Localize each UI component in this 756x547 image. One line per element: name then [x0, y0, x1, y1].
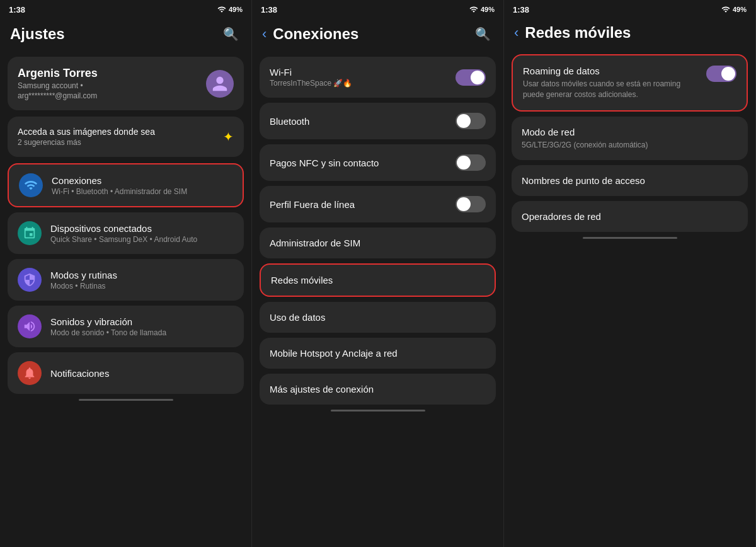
- settings-text-dispositivos: Dispositivos conectados Quick Share • Sa…: [50, 223, 234, 244]
- wifi-title: Wi-Fi: [270, 67, 455, 78]
- wifi-toggle-knob: [471, 71, 484, 84]
- conexiones-redes[interactable]: Redes móviles: [260, 263, 496, 297]
- status-icons-2: 49%: [469, 5, 495, 14]
- conexiones-sim[interactable]: Administrador de SIM: [260, 227, 496, 258]
- status-icons-1: 49%: [217, 5, 243, 14]
- modes-icon: [23, 273, 37, 287]
- conexiones-nfc[interactable]: Pagos NFC y sin contacto: [260, 144, 496, 181]
- settings-item-sonidos[interactable]: Sonidos y vibración Modo de sonido • Ton…: [8, 306, 244, 347]
- bluetooth-title: Bluetooth: [270, 116, 455, 127]
- profile-sub1: Samsung account •: [18, 81, 197, 90]
- conexiones-wifi[interactable]: Wi-Fi TorresInTheSpace 🚀🔥: [260, 57, 496, 98]
- settings-sub-modos: Modos • Rutinas: [50, 282, 234, 291]
- settings-item-conexiones[interactable]: Conexiones Wi-Fi • Bluetooth • Administr…: [8, 163, 244, 207]
- redes-modo[interactable]: Modo de red 5G/LTE/3G/2G (conexión autom…: [512, 117, 748, 161]
- perfil-toggle-knob: [457, 197, 471, 211]
- roaming-toggle[interactable]: [706, 66, 736, 82]
- wifi-toggle[interactable]: [455, 69, 486, 86]
- suggestions-card[interactable]: Acceda a sus imágenes donde sea 2 sugere…: [8, 117, 244, 157]
- battery-2: 49%: [481, 6, 495, 13]
- nfc-toggle[interactable]: [455, 154, 486, 171]
- settings-text-conexiones: Conexiones Wi-Fi • Bluetooth • Administr…: [52, 175, 232, 196]
- roaming-sub: Usar datos móviles cuando se está en roa…: [523, 79, 700, 100]
- redes-title: Redes móviles: [271, 275, 484, 285]
- notif-icon: [23, 366, 37, 380]
- header-left-conexiones: ‹ Conexiones: [262, 25, 358, 43]
- signal-icon-1: [217, 5, 226, 14]
- conexiones-uso[interactable]: Uso de datos: [260, 302, 496, 333]
- conexiones-bluetooth[interactable]: Bluetooth: [260, 103, 496, 139]
- settings-title-conexiones: Conexiones: [52, 175, 232, 186]
- header-conexiones: ‹ Conexiones 🔍: [252, 18, 503, 52]
- bluetooth-text: Bluetooth: [270, 116, 455, 127]
- sparkle-icon: ✦: [223, 129, 234, 144]
- devices-icon: [23, 226, 37, 240]
- wifi-text: Wi-Fi TorresInTheSpace 🚀🔥: [270, 67, 455, 88]
- settings-item-modos[interactable]: Modos y rutinas Modos • Rutinas: [8, 259, 244, 301]
- settings-sub-conexiones: Wi-Fi • Bluetooth • Administrador de SIM: [52, 187, 232, 196]
- scrollbar-2: [331, 410, 425, 412]
- profile-name: Argenis Torres: [18, 67, 197, 80]
- avatar: [206, 70, 234, 98]
- content-ajustes: Argenis Torres Samsung account • arg****…: [0, 52, 251, 547]
- status-bar-2: 1:38 49%: [252, 0, 503, 18]
- conexiones-mas[interactable]: Más ajustes de conexión: [260, 374, 496, 405]
- search-icon-conexiones[interactable]: 🔍: [472, 24, 493, 44]
- header-left-redes: ‹ Redes móviles: [514, 24, 631, 42]
- signal-icon-2: [469, 5, 478, 14]
- content-conexiones: Wi-Fi TorresInTheSpace 🚀🔥 Bluetooth Pago…: [252, 52, 503, 547]
- title-conexiones: Conexiones: [273, 25, 358, 43]
- redes-apn[interactable]: Nombres de punto de acceso: [512, 165, 748, 196]
- icon-modos: [18, 268, 42, 292]
- signal-icon-3: [721, 5, 730, 14]
- icon-sonidos: [18, 314, 42, 338]
- wifi-icon: [24, 178, 38, 192]
- sim-text: Administrador de SIM: [270, 238, 486, 248]
- back-arrow-redes[interactable]: ‹: [514, 25, 518, 41]
- panel-conexiones: 1:38 49% ‹ Conexiones 🔍 Wi-Fi TorresInTh…: [252, 0, 504, 547]
- bluetooth-toggle[interactable]: [455, 113, 486, 129]
- settings-item-notificaciones[interactable]: Notificaciones: [8, 352, 244, 394]
- time-3: 1:38: [513, 5, 529, 14]
- conexiones-hotspot[interactable]: Mobile Hotspot y Anclaje a red: [260, 338, 496, 369]
- perfil-text: Perfil Fuera de línea: [270, 199, 455, 210]
- suggestions-text: Acceda a sus imágenes donde sea 2 sugere…: [18, 127, 223, 147]
- sim-title: Administrador de SIM: [270, 238, 486, 248]
- modo-sub: 5G/LTE/3G/2G (conexión automática): [522, 140, 738, 151]
- roaming-text: Roaming de datos Usar datos móviles cuan…: [523, 66, 700, 100]
- settings-sub-dispositivos: Quick Share • Samsung DeX • Android Auto: [50, 235, 234, 244]
- profile-card[interactable]: Argenis Torres Samsung account • arg****…: [8, 57, 244, 110]
- settings-item-dispositivos[interactable]: Dispositivos conectados Quick Share • Sa…: [8, 212, 244, 254]
- battery-1: 49%: [229, 6, 243, 13]
- settings-text-sonidos: Sonidos y vibración Modo de sonido • Ton…: [50, 316, 234, 337]
- profile-sub2: arg*********@gmail.com: [18, 91, 197, 100]
- panel-redes-moviles: 1:38 49% ‹ Redes móviles Roaming de dato…: [504, 0, 756, 547]
- header-redes: ‹ Redes móviles: [504, 18, 755, 49]
- perfil-toggle[interactable]: [455, 196, 486, 212]
- profile-text: Argenis Torres Samsung account • arg****…: [18, 67, 197, 100]
- status-bar-1: 1:38 49%: [0, 0, 251, 18]
- conexiones-perfil[interactable]: Perfil Fuera de línea: [260, 186, 496, 222]
- settings-title-sonidos: Sonidos y vibración: [50, 316, 234, 327]
- sound-icon: [23, 320, 37, 333]
- redes-operadores[interactable]: Operadores de red: [512, 201, 748, 232]
- status-icons-3: 49%: [721, 5, 747, 14]
- nfc-text: Pagos NFC y sin contacto: [270, 158, 455, 168]
- back-arrow-conexiones[interactable]: ‹: [262, 26, 266, 42]
- mas-text: Más ajustes de conexión: [270, 384, 486, 394]
- apn-title: Nombres de punto de acceso: [522, 175, 738, 186]
- battery-3: 49%: [733, 6, 747, 13]
- hotspot-title: Mobile Hotspot y Anclaje a red: [270, 348, 486, 359]
- bluetooth-toggle-knob: [457, 114, 471, 128]
- roaming-toggle-knob: [721, 67, 735, 81]
- search-icon-ajustes[interactable]: 🔍: [220, 24, 241, 44]
- content-redes: Roaming de datos Usar datos móviles cuan…: [504, 49, 755, 547]
- settings-text-notificaciones: Notificaciones: [50, 368, 234, 379]
- operadores-title: Operadores de red: [522, 211, 738, 222]
- suggestions-title: Acceda a sus imágenes donde sea: [18, 127, 223, 137]
- icon-notificaciones: [18, 361, 42, 385]
- person-icon: [211, 75, 229, 93]
- perfil-title: Perfil Fuera de línea: [270, 199, 455, 210]
- redes-roaming[interactable]: Roaming de datos Usar datos móviles cuan…: [512, 54, 748, 112]
- uso-title: Uso de datos: [270, 312, 486, 323]
